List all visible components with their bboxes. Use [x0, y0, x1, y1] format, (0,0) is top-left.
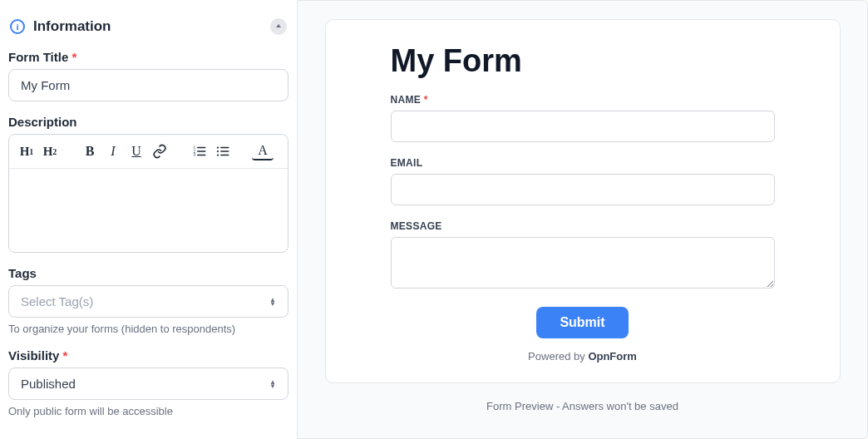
- preview-label-name-text: NAME: [391, 94, 422, 106]
- rte-toolbar: H1 H2 B I U 123: [9, 135, 288, 169]
- svg-text:3: 3: [194, 152, 196, 157]
- preview-input-email[interactable]: [391, 174, 775, 205]
- tags-label: Tags: [8, 266, 289, 280]
- required-mark: *: [424, 94, 428, 106]
- form-title-label-text: Form Title: [8, 50, 68, 64]
- preview-input-name[interactable]: [391, 111, 775, 142]
- info-icon: i: [10, 19, 25, 34]
- rte-text-color-button[interactable]: A: [252, 142, 274, 160]
- rich-text-editor: H1 H2 B I U 123: [8, 134, 289, 253]
- preview-label-name: NAME *: [391, 94, 775, 106]
- rte-bold-button[interactable]: B: [79, 140, 101, 163]
- visibility-value: Published: [21, 377, 76, 391]
- preview-field-message: MESSAGE: [391, 220, 775, 292]
- required-mark: *: [72, 50, 76, 64]
- preview-field-email: EMAIL: [391, 157, 775, 205]
- rte-italic-button[interactable]: I: [102, 140, 124, 163]
- tags-select[interactable]: Select Tag(s) ▲▼: [8, 285, 289, 318]
- rte-h1-button[interactable]: H1: [16, 140, 37, 163]
- visibility-field: Visibility * Published ▲▼ Only public fo…: [7, 348, 290, 431]
- form-title-input[interactable]: [8, 69, 289, 101]
- rte-link-button[interactable]: [149, 140, 170, 163]
- visibility-hint: Only public form will be accessible: [8, 405, 289, 417]
- preview-label-email: EMAIL: [391, 157, 775, 169]
- description-label: Description: [8, 115, 289, 129]
- rte-unordered-list-button[interactable]: [212, 140, 234, 163]
- form-title: My Form: [391, 43, 775, 79]
- powered-by: Powered by OpnForm: [391, 350, 775, 363]
- preview-note: Form Preview - Answers won't be saved: [486, 400, 678, 412]
- svg-point-11: [217, 154, 219, 155]
- tags-field: Tags Select Tag(s) ▲▼ To organize your f…: [7, 266, 290, 348]
- rte-underline-button[interactable]: U: [126, 140, 147, 163]
- svg-point-10: [217, 150, 219, 152]
- rte-ordered-list-button[interactable]: 123: [189, 140, 210, 163]
- rte-content-area[interactable]: [9, 169, 288, 252]
- tags-hint: To organize your forms (hidden to respon…: [8, 323, 289, 335]
- settings-sidebar: i Information Form Title * Description H…: [0, 0, 298, 439]
- visibility-select[interactable]: Published ▲▼: [8, 367, 289, 400]
- powered-prefix: Powered by: [528, 350, 588, 363]
- visibility-label: Visibility *: [8, 348, 289, 363]
- preview-label-message: MESSAGE: [391, 220, 775, 232]
- collapse-icon[interactable]: [270, 18, 287, 35]
- form-title-label: Form Title *: [8, 50, 289, 64]
- preview-input-message[interactable]: [391, 237, 775, 289]
- svg-point-9: [217, 146, 219, 148]
- visibility-label-text: Visibility: [8, 348, 59, 363]
- description-field: Description H1 H2 B I U: [7, 115, 290, 266]
- required-mark: *: [63, 348, 68, 363]
- chevron-up-down-icon: ▲▼: [269, 298, 276, 306]
- form-preview-pane: My Form NAME * EMAIL MESSAGE Submit Powe…: [298, 0, 868, 439]
- section-header: i Information: [7, 13, 290, 50]
- powered-brand[interactable]: OpnForm: [588, 350, 637, 363]
- tags-placeholder: Select Tag(s): [21, 294, 93, 308]
- form-title-field: Form Title *: [7, 50, 290, 115]
- form-card: My Form NAME * EMAIL MESSAGE Submit Powe…: [325, 19, 841, 383]
- submit-button[interactable]: Submit: [536, 307, 628, 338]
- preview-field-name: NAME *: [391, 94, 775, 142]
- chevron-up-down-icon: ▲▼: [269, 380, 276, 388]
- rte-h2-button[interactable]: H2: [39, 140, 61, 163]
- section-title: Information: [33, 18, 111, 35]
